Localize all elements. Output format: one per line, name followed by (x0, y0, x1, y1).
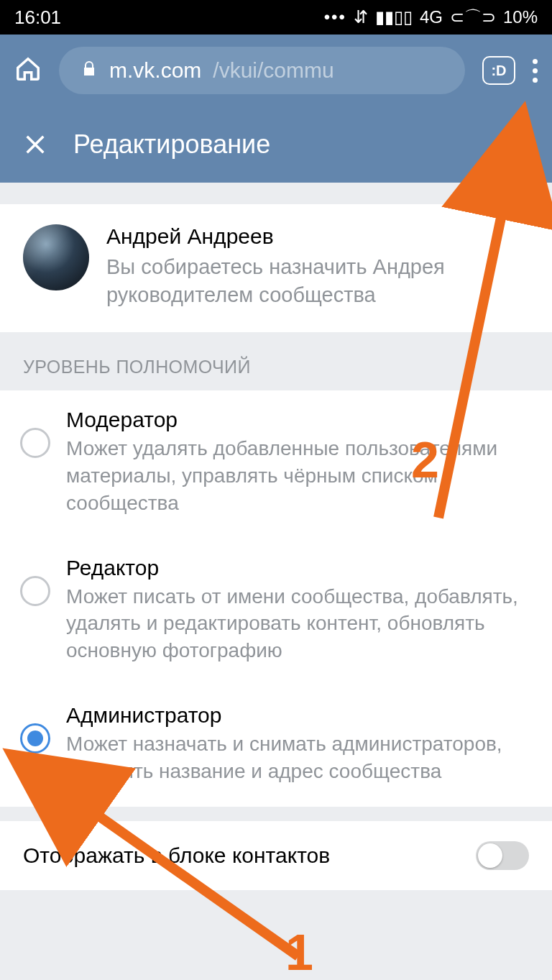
role-admin[interactable]: Администратор Может назначать и снимать … (0, 686, 552, 807)
network-type: 4G (420, 7, 443, 27)
home-icon[interactable] (14, 55, 42, 86)
user-desc: Вы собираетесь назначить Андрея руководи… (106, 253, 529, 309)
close-icon[interactable] (23, 132, 47, 157)
battery-percent: 10% (503, 7, 538, 27)
browser-menu-icon[interactable] (533, 59, 538, 83)
battery-icon: ⊂⌒⊃ (450, 6, 496, 29)
contacts-toggle-row: Отображать в блоке контактов (0, 821, 552, 890)
browser-toolbar: m.vk.com/vkui/commu :D (0, 35, 552, 106)
url-domain: m.vk.com (109, 58, 201, 83)
no-sim-icon: ⇵ (354, 7, 368, 27)
confirm-icon[interactable] (500, 130, 529, 159)
tabs-button[interactable]: :D (482, 56, 515, 85)
toggle-label: Отображать в блоке контактов (23, 843, 330, 868)
role-moderator[interactable]: Модератор Может удалять добавленные поль… (0, 390, 552, 538)
app-header: Редактирование (0, 106, 552, 183)
annotation-number-1: 1 (285, 924, 313, 980)
status-time: 16:01 (14, 6, 61, 29)
url-path: /vkui/commu (213, 58, 334, 83)
radio-icon[interactable] (20, 723, 50, 754)
role-desc: Может писать от имени сообщества, добавл… (66, 583, 532, 664)
user-name: Андрей Андреев (106, 224, 529, 249)
role-editor[interactable]: Редактор Может писать от имени сообществ… (0, 539, 552, 686)
signal-icon: ▮▮▯▯ (375, 7, 413, 27)
radio-icon[interactable] (20, 428, 50, 458)
role-title: Администратор (66, 703, 532, 728)
more-status-icon: ••• (324, 7, 346, 27)
url-bar[interactable]: m.vk.com/vkui/commu (59, 47, 465, 94)
lock-icon (80, 58, 98, 83)
status-right: ••• ⇵ ▮▮▯▯ 4G ⊂⌒⊃ 10% (324, 6, 538, 29)
avatar (23, 224, 89, 290)
radio-icon[interactable] (20, 576, 50, 606)
annotation-number-2: 2 (411, 431, 439, 489)
toggle-switch[interactable] (476, 841, 529, 870)
section-title: УРОВЕНЬ ПОЛНОМОЧИЙ (0, 332, 552, 390)
role-desc: Может назначать и снимать администраторо… (66, 731, 532, 785)
roles-list: Модератор Может удалять добавленные поль… (0, 390, 552, 806)
role-title: Модератор (66, 408, 532, 432)
role-desc: Может удалять добавленные пользователями… (66, 435, 532, 516)
user-block: Андрей Андреев Вы собираетесь назначить … (0, 204, 552, 332)
status-bar: 16:01 ••• ⇵ ▮▮▯▯ 4G ⊂⌒⊃ 10% (0, 0, 552, 35)
page-title: Редактирование (73, 129, 474, 160)
role-title: Редактор (66, 556, 532, 580)
